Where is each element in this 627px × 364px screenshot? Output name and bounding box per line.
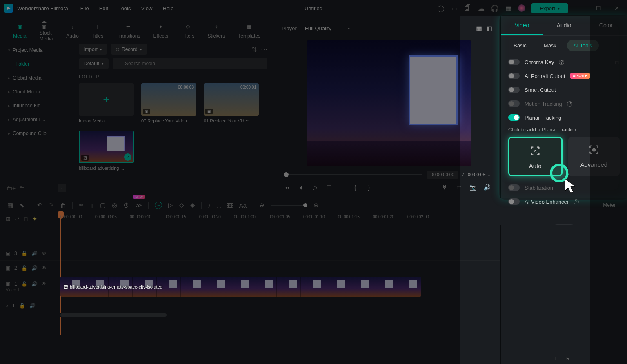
- cut-icon[interactable]: ✂: [79, 202, 84, 209]
- menu-help[interactable]: Help: [162, 5, 173, 11]
- enhancer-toggle[interactable]: [508, 198, 520, 205]
- import-dropdown[interactable]: Import▾: [79, 44, 107, 55]
- headphones-icon[interactable]: 🎧: [491, 4, 498, 12]
- visibility-icon[interactable]: 👁: [42, 265, 47, 271]
- tl-layout-icon[interactable]: ▦: [7, 202, 13, 209]
- speed-icon[interactable]: ⏱NEW: [123, 202, 129, 209]
- grid-icon[interactable]: ▦: [505, 4, 512, 12]
- timeline-clip[interactable]: 🖼billboard-advertising-empty-space-city-…: [60, 277, 421, 297]
- info-icon[interactable]: ?: [574, 199, 579, 204]
- step-back-icon[interactable]: ⏴: [298, 184, 305, 191]
- track-lane[interactable]: [60, 246, 421, 260]
- undo-icon[interactable]: ↶: [37, 202, 42, 209]
- track-lane[interactable]: [60, 261, 421, 275]
- tl-pointer-icon[interactable]: ⬉: [19, 202, 24, 209]
- link-icon[interactable]: ⇄: [15, 215, 20, 222]
- reset-icon[interactable]: ◇: [614, 58, 621, 66]
- tab-stickers[interactable]: ✧Stickers: [203, 20, 230, 41]
- mute-icon[interactable]: 🔊: [31, 281, 38, 287]
- close-button[interactable]: ✕: [611, 5, 623, 11]
- portrait-toggle[interactable]: [508, 73, 520, 79]
- preview-scrubber[interactable]: [284, 174, 422, 175]
- sidebar-adjustment[interactable]: ▸Adjustment L...: [3, 113, 69, 127]
- rp-tab-audio[interactable]: Audio: [543, 16, 585, 35]
- tracker-auto-card[interactable]: A Auto: [508, 137, 563, 176]
- collapse-sidebar-button[interactable]: ‹: [58, 184, 66, 192]
- sidebar-cloud-media[interactable]: ▸Cloud Media: [3, 85, 69, 99]
- record-dropdown[interactable]: Record▾: [111, 44, 147, 55]
- timecode-current[interactable]: 00:00:00:00: [427, 171, 458, 179]
- tab-effects[interactable]: ✦Effects: [148, 20, 173, 41]
- mark-in-icon[interactable]: {: [351, 184, 359, 191]
- timeline-ruler[interactable]: 00:00:00:0000:00:00:0500:00:00:1000:00:0…: [60, 212, 500, 225]
- display-icon[interactable]: ▭: [455, 184, 462, 191]
- visibility-icon[interactable]: 👁: [42, 281, 47, 287]
- menu-view[interactable]: View: [141, 5, 152, 11]
- add-track-icon[interactable]: ⊞: [6, 215, 11, 222]
- user-avatar[interactable]: [518, 4, 525, 12]
- sidebar-project-media[interactable]: ▾Project Media: [3, 43, 69, 57]
- sidebar-global-media[interactable]: ▸Global Media: [3, 71, 69, 85]
- tab-transitions[interactable]: ⇄Transitions: [111, 20, 145, 41]
- lock-icon[interactable]: 🔓: [21, 251, 27, 256]
- folder-icon[interactable]: 🗀: [19, 185, 24, 191]
- cloud-icon[interactable]: ☁: [478, 4, 485, 12]
- delete-icon[interactable]: 🗑: [60, 202, 66, 209]
- zoom-in-icon[interactable]: ⊕: [314, 202, 319, 209]
- mute-icon[interactable]: 🔊: [29, 303, 36, 309]
- mark-out-icon[interactable]: }: [365, 184, 373, 191]
- prev-frame-icon[interactable]: ⏮: [284, 184, 291, 191]
- mute-icon[interactable]: 🔊: [31, 251, 38, 256]
- media-tile[interactable]: 00:00:01▣ 01 Replace Your Video: [204, 83, 259, 123]
- circle-icon[interactable]: ◯: [437, 4, 445, 12]
- correction-icon[interactable]: ◎: [112, 202, 117, 209]
- new-folder-icon[interactable]: 🗀+: [7, 185, 16, 191]
- text-icon[interactable]: T: [90, 202, 94, 209]
- audio-mix-icon[interactable]: ⎍: [217, 202, 221, 209]
- quality-dropdown[interactable]: Full Quality▾: [305, 25, 350, 31]
- mute-icon[interactable]: 🔊: [31, 265, 38, 271]
- smile-icon[interactable]: ⌣: [155, 202, 162, 209]
- tab-stock[interactable]: ☁▣Stock Media: [35, 17, 58, 44]
- export-button[interactable]: Export ▾: [531, 3, 568, 13]
- rp-tab-color[interactable]: Color: [585, 16, 627, 35]
- lock-icon[interactable]: 🔓: [19, 303, 25, 309]
- visibility-icon[interactable]: 👁: [42, 251, 47, 256]
- menu-edit[interactable]: Edit: [99, 5, 108, 11]
- rp-subtab-basic[interactable]: Basic: [507, 40, 533, 51]
- crop-icon[interactable]: ▢: [100, 202, 106, 209]
- search-media-input[interactable]: Search media: [113, 58, 267, 69]
- play-tl-icon[interactable]: ▷: [168, 202, 173, 209]
- track-lane-video1[interactable]: 🖼billboard-advertising-empty-space-city-…: [60, 275, 421, 298]
- maximize-button[interactable]: ☐: [592, 5, 605, 11]
- more-icon[interactable]: ⋯: [261, 46, 267, 53]
- keyframe-icon[interactable]: ◈: [190, 202, 195, 209]
- menu-file[interactable]: File: [80, 5, 89, 11]
- save-icon[interactable]: 🗐: [464, 4, 471, 12]
- info-icon[interactable]: ?: [567, 101, 572, 107]
- chroma-toggle[interactable]: [508, 59, 520, 65]
- audio-tl-icon[interactable]: ♪: [208, 202, 211, 209]
- voiceover-icon[interactable]: 🎙: [441, 184, 449, 191]
- screen-icon[interactable]: ▭: [451, 4, 458, 12]
- more-tools-icon[interactable]: ≫: [136, 202, 142, 209]
- horizontal-scrollbar[interactable]: [0, 313, 500, 317]
- tab-filters[interactable]: ⚙Filters: [176, 20, 200, 41]
- filter-icon[interactable]: ⇅: [251, 46, 257, 53]
- volume-icon[interactable]: 🔊: [483, 184, 490, 191]
- smart-toggle[interactable]: [508, 87, 520, 93]
- tab-media[interactable]: ▣Media: [8, 20, 31, 41]
- snapshot-icon[interactable]: 📷: [469, 184, 476, 191]
- grid-view-icon[interactable]: ▦: [476, 24, 482, 32]
- zoom-out-icon[interactable]: ⊖: [259, 202, 265, 209]
- menu-tools[interactable]: Tools: [118, 5, 131, 11]
- tab-audio[interactable]: ♪Audio: [61, 20, 84, 41]
- image-tl-icon[interactable]: 🖼: [227, 202, 233, 209]
- sidebar-influence-kit[interactable]: ▸Influence Kit: [3, 99, 69, 113]
- star-marker-icon[interactable]: ✦: [32, 215, 37, 222]
- tab-titles[interactable]: TTitles: [87, 20, 108, 41]
- font-icon[interactable]: Aa: [239, 202, 247, 209]
- rp-subtab-aitools[interactable]: AI Tools: [567, 40, 599, 51]
- planar-toggle[interactable]: [508, 114, 520, 121]
- info-icon[interactable]: ?: [559, 60, 564, 65]
